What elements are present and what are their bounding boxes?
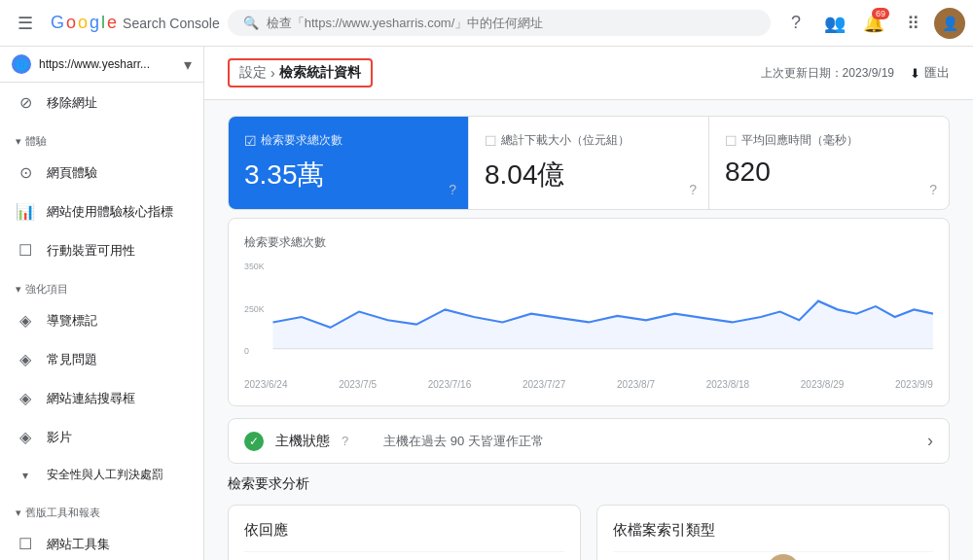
section-arrow: ▾	[16, 507, 21, 519]
menu-icon[interactable]: ☰	[8, 6, 43, 41]
breadcrumb-icon: ◈	[16, 311, 35, 330]
site-favicon: 🌐	[12, 54, 31, 74]
chart-label-4: 2023/8/7	[617, 379, 655, 390]
chart-svg: 350K 250K 0	[244, 259, 933, 375]
site-dropdown-icon[interactable]: ▾	[184, 55, 192, 74]
export-label: 匯出	[924, 64, 950, 82]
sidebar-item-label: 移除網址	[47, 94, 97, 112]
app-name: Search Console	[123, 16, 220, 31]
avatar[interactable]: 👤	[934, 8, 965, 39]
breadcrumb: 設定 › 檢索統計資料	[228, 58, 373, 88]
chart-label-6: 2023/8/29	[801, 379, 845, 390]
search-icon: 🔍	[243, 16, 259, 30]
status-info-icon[interactable]: ?	[342, 434, 348, 448]
sidebar-item-sitelinks[interactable]: ◈ 網站連結搜尋框	[0, 379, 196, 417]
topbar-actions: ? 👥 🔔 69 ⠿ 👤	[778, 6, 965, 41]
sidebar-item-security[interactable]: ▾ 安全性與人工判決處罰	[0, 457, 196, 493]
sidebar-item-web-vitals[interactable]: ⊙ 網頁體驗	[0, 154, 196, 192]
video-icon: ◈	[16, 428, 35, 446]
apps-icon[interactable]: ⠿	[895, 6, 930, 41]
search-input[interactable]	[267, 16, 755, 30]
cwv-icon: 📊	[16, 202, 35, 221]
info-icon-2[interactable]: ?	[689, 182, 697, 197]
stat-label-response: ☐ 平均回應時間（毫秒）	[725, 132, 933, 149]
security-icon: ▾	[16, 469, 35, 482]
sidebar-item-remove[interactable]: ⊘ 移除網址	[0, 84, 196, 122]
chart-container: 350K 250K 0	[244, 259, 933, 375]
sidebar-item-label: 安全性與人工判決處罰	[47, 467, 163, 483]
mobile-icon: ☐	[16, 241, 35, 260]
tools-icon: ☐	[16, 535, 35, 553]
info-icon-1[interactable]: ?	[449, 182, 456, 197]
stat-label-requests: ☑ 檢索要求總次數	[244, 132, 452, 149]
sidebar-item-tools[interactable]: ☐ 網站工具集	[0, 525, 196, 560]
analysis-card-title-response: 依回應	[244, 521, 564, 540]
svg-marker-4	[273, 301, 934, 349]
sidebar-item-label: 網站使用體驗核心指標	[47, 203, 173, 221]
last-updated: 上次更新日期：2023/9/19	[761, 65, 894, 82]
status-dot: ✓	[244, 432, 264, 451]
status-chevron-right-icon[interactable]: ›	[927, 431, 933, 451]
site-selector[interactable]: 🌐 https://www.yesharr... ▾	[0, 47, 203, 83]
main-content: 設定 › 檢索統計資料 上次更新日期：2023/9/19 ⬇ 匯出 ☑ 檢索要求…	[204, 47, 973, 560]
search-bar[interactable]: 🔍	[228, 10, 771, 36]
sidebar-section-enhancements: ▾ 強化項目	[0, 270, 203, 300]
svg-text:0: 0	[244, 346, 249, 357]
sidebar-item-mobile[interactable]: ☐ 行動裝置可用性	[0, 231, 196, 269]
sidebar-section-tools: ▾ 舊版工具和報表	[0, 494, 203, 524]
stat-label-download: ☐ 總計下載大小（位元組）	[485, 132, 693, 149]
analysis-title: 檢索要求分析	[228, 475, 950, 493]
chart-label-2: 2023/7/16	[428, 379, 472, 390]
sidebar-item-label: 影片	[47, 429, 72, 446]
stats-cards: ☑ 檢索要求總次數 3.35萬 ? ☐ 總計下載大小（位元組） 8.04億 ?	[228, 116, 950, 210]
status-description: 主機在過去 90 天皆運作正常	[383, 433, 916, 450]
status-bar[interactable]: ✓ 主機狀態 ? 主機在過去 90 天皆運作正常 ›	[228, 418, 950, 464]
chart-labels: 2023/6/24 2023/7/5 2023/7/16 2023/7/27 2…	[244, 379, 933, 390]
sidebar-item-label: 行動裝置可用性	[47, 242, 135, 260]
chart-title: 檢索要求總次數	[244, 234, 933, 251]
web-vitals-icon: ⊙	[16, 163, 35, 182]
export-button[interactable]: ⬇ 匯出	[910, 64, 950, 82]
svg-text:350K: 350K	[244, 262, 265, 272]
topbar: ☰ Google Search Console 🔍 ? 👥 🔔 69 ⠿ 👤	[0, 0, 973, 47]
sidebar-item-label: 網站工具集	[47, 536, 110, 553]
sidebar-item-label: 常見問題	[47, 351, 97, 368]
sidebar-section-experience: ▾ 體驗	[0, 122, 203, 153]
google-logo: Google Search Console	[51, 13, 220, 33]
stats-section: ☑ 檢索要求總次數 3.35萬 ? ☐ 總計下載大小（位元組） 8.04億 ?	[204, 100, 973, 218]
sidebar-item-faq[interactable]: ◈ 常見問題	[0, 340, 196, 378]
breadcrumb-arrow: ›	[270, 65, 275, 81]
analysis-cards: 依回應 OK (200) 67% 依檔案索引類型 HTML	[228, 505, 950, 560]
sidebar-item-cwv[interactable]: 📊 網站使用體驗核心指標	[0, 192, 196, 230]
analysis-card-title-type: 依檔案索引類型	[613, 521, 933, 540]
layout: 🌐 https://www.yesharr... ▾ ⊘ 移除網址 ▾ 體驗 ⊙…	[0, 47, 973, 560]
svg-text:250K: 250K	[244, 303, 265, 314]
stat-card-requests[interactable]: ☑ 檢索要求總次數 3.35萬 ?	[229, 117, 469, 209]
stat-card-response[interactable]: ☐ 平均回應時間（毫秒） 820 ?	[709, 117, 949, 209]
analysis-section: 檢索要求分析 依回應 OK (200) 67% 依檔案	[204, 475, 973, 560]
analysis-card-response: 依回應 OK (200) 67%	[228, 505, 581, 560]
sidebar-item-label: 網頁體驗	[47, 164, 97, 182]
chart-section: 檢索要求總次數 350K 250K 0 2023/6/24 2023/7/5	[228, 218, 950, 406]
sidebar-item-breadcrumb[interactable]: ◈ 導覽標記	[0, 301, 196, 339]
breadcrumb-setting: 設定	[239, 64, 267, 82]
sidebar: 🌐 https://www.yesharr... ▾ ⊘ 移除網址 ▾ 體驗 ⊙…	[0, 47, 204, 560]
people-icon[interactable]: 👥	[817, 6, 852, 41]
chart-label-3: 2023/7/27	[523, 379, 566, 390]
section-arrow: ▾	[16, 135, 21, 148]
faq-icon: ◈	[16, 350, 35, 368]
chart-label-0: 2023/6/24	[244, 379, 288, 390]
info-icon-3[interactable]: ?	[929, 182, 937, 197]
sidebar-item-video[interactable]: ◈ 影片	[0, 418, 196, 456]
notifications-icon[interactable]: 🔔 69	[856, 6, 891, 41]
sitelinks-icon: ◈	[16, 389, 35, 407]
remove-icon: ⊘	[16, 93, 35, 112]
notification-badge: 69	[872, 8, 889, 19]
chart-label-5: 2023/8/18	[706, 379, 750, 390]
breadcrumb-current: 檢索統計資料	[279, 64, 361, 82]
analysis-row-ok: OK (200) 67%	[244, 551, 564, 560]
help-icon[interactable]: ?	[778, 6, 813, 41]
stat-card-download[interactable]: ☐ 總計下載大小（位元組） 8.04億 ?	[469, 117, 709, 209]
stat-value-download: 8.04億	[485, 157, 693, 193]
harris-watermark: 😊 HARRIS先生	[767, 554, 925, 560]
